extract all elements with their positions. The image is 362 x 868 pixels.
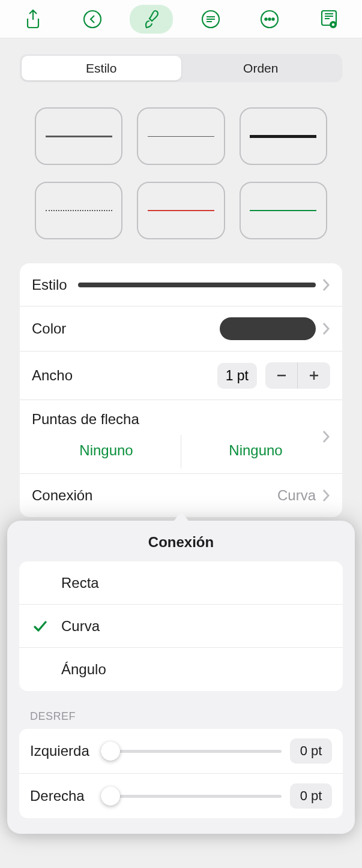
presenter-button[interactable] (307, 5, 351, 34)
slider-label: Izquierda (30, 743, 102, 759)
option-label: Ángulo (61, 661, 106, 678)
connection-options-list: Recta Curva Ángulo (19, 561, 343, 691)
connection-value: Curva (277, 487, 316, 504)
arrow-left-value: Ninguno (32, 435, 181, 468)
share-button[interactable] (11, 5, 55, 34)
more-button[interactable] (248, 5, 291, 34)
slider-label: Derecha (30, 788, 102, 804)
row-label: Estilo (32, 277, 67, 293)
slider-value-right[interactable]: 0 pt (290, 783, 332, 809)
presenter-icon (319, 8, 339, 30)
comment-icon (201, 9, 221, 29)
row-conexion[interactable]: Conexión Curva (20, 474, 342, 517)
arrowheads-values: Ninguno Ninguno (32, 435, 330, 468)
row-estilo[interactable]: Estilo (20, 263, 342, 307)
row-ancho: Ancho 1 pt (20, 352, 342, 400)
row-label: Puntas de flecha (32, 411, 330, 428)
tab-order[interactable]: Orden (181, 56, 341, 80)
more-icon (259, 9, 280, 29)
toolbar (0, 0, 362, 38)
settings-panel: Estilo Color Ancho 1 pt Puntas de flecha (20, 263, 342, 517)
row-color[interactable]: Color (20, 307, 342, 352)
option-angulo[interactable]: Ángulo (19, 648, 343, 691)
plus-icon (307, 369, 321, 382)
svg-point-7 (332, 23, 334, 25)
option-curva[interactable]: Curva (19, 605, 343, 648)
chevron-right-icon (322, 430, 330, 444)
slider-row-left: Izquierda 0 pt (19, 729, 343, 774)
option-recta[interactable]: Recta (19, 561, 343, 605)
comment-button[interactable] (189, 5, 232, 34)
offset-sliders: Izquierda 0 pt Derecha 0 pt (19, 729, 343, 818)
format-button[interactable] (130, 5, 173, 34)
undo-icon (82, 9, 103, 29)
row-puntas[interactable]: Puntas de flecha Ninguno Ninguno (20, 400, 342, 474)
tab-style[interactable]: Estilo (22, 56, 181, 80)
section-label: DESREF (30, 710, 340, 723)
svg-point-3 (265, 18, 267, 20)
slider-track-right[interactable] (110, 795, 282, 798)
stroke-style-preview (78, 283, 316, 287)
svg-point-0 (84, 11, 101, 28)
connection-popover: Conexión Recta Curva Ángulo DESREF Izqui… (7, 521, 355, 834)
format-brush-icon (141, 8, 161, 30)
tab-segmented-control: Estilo Orden (0, 38, 362, 91)
row-label: Ancho (32, 367, 73, 384)
svg-point-5 (273, 18, 274, 20)
row-label: Color (32, 320, 66, 337)
chevron-right-icon (322, 278, 330, 292)
svg-point-4 (269, 18, 271, 20)
slider-thumb[interactable] (101, 741, 120, 761)
option-label: Curva (61, 618, 100, 635)
line-style-swatch[interactable] (240, 107, 327, 165)
slider-thumb[interactable] (101, 786, 120, 806)
chevron-right-icon (322, 488, 330, 503)
popover-title: Conexión (19, 534, 343, 551)
width-stepper (265, 362, 330, 389)
line-style-swatch[interactable] (137, 107, 225, 165)
option-label: Recta (61, 575, 99, 591)
color-swatch (220, 317, 316, 340)
slider-value-left[interactable]: 0 pt (290, 738, 332, 764)
slider-row-right: Derecha 0 pt (19, 774, 343, 818)
minus-icon (275, 369, 288, 382)
row-label: Conexión (32, 487, 92, 504)
line-style-swatch[interactable] (240, 182, 327, 239)
increment-button[interactable] (298, 362, 330, 389)
decrement-button[interactable] (265, 362, 298, 389)
undo-button[interactable] (71, 5, 114, 34)
popover-pointer (170, 512, 192, 522)
line-style-swatch[interactable] (35, 182, 122, 239)
chevron-right-icon (322, 322, 330, 336)
line-style-swatch[interactable] (35, 107, 122, 165)
checkmark-icon (32, 618, 48, 634)
width-value[interactable]: 1 pt (217, 363, 257, 389)
arrow-right-value: Ninguno (181, 435, 330, 468)
slider-track-left[interactable] (110, 750, 282, 753)
line-style-grid (0, 91, 362, 263)
line-style-swatch[interactable] (137, 182, 225, 239)
share-icon (24, 9, 42, 29)
